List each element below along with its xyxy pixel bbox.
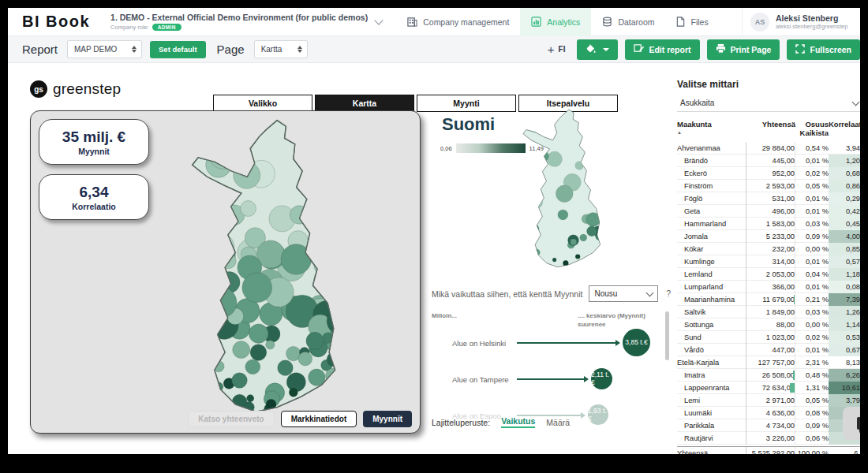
page-select[interactable]: Kartta — [254, 40, 308, 58]
print-page-button[interactable]: Print Page — [707, 39, 780, 60]
cell-osuus: 0,05 % — [795, 180, 829, 192]
table-row[interactable]: Lemland2 053,000,04 %1,18 — [677, 268, 860, 281]
sort-option-vaikutus[interactable]: Vaikutus — [501, 416, 535, 428]
cell-osuus: 0,48 % — [795, 369, 829, 382]
table-row[interactable]: Parikkala4 734,000,09 %3,21 — [677, 419, 860, 432]
help-icon[interactable]: ? — [666, 289, 671, 298]
nav-item-company-management[interactable]: Company management — [396, 8, 520, 36]
company-selector[interactable]: 1. DEMO - External Official Demo Environ… — [110, 13, 396, 31]
edit-report-button[interactable]: Edit report — [625, 39, 699, 60]
select-arrows-icon — [132, 46, 137, 53]
table-row[interactable]: Saltvik1 849,000,03 %1,26 — [677, 306, 860, 318]
nav-item-files[interactable]: Files — [665, 8, 719, 36]
user-menu[interactable]: AS Aleksi Stenberg aleksi.stenberg@green… — [742, 8, 860, 36]
cell-osuus: 0,01 % — [795, 192, 829, 205]
table-row[interactable]: Etelä-Karjala127 757,002,31 %8,13 — [677, 356, 860, 369]
cell-yhteensa: 314,00 — [746, 255, 795, 268]
cell-korrelaatio: 3,79 — [829, 394, 860, 407]
metric-picker[interactable]: Asukkaita — [677, 95, 860, 112]
cell-yhteensa: 29 884,00 — [746, 142, 795, 155]
nav-item-analytics[interactable]: Analytics — [520, 8, 591, 36]
cell-maakunta: Sund — [677, 331, 746, 344]
influencers-dropdown[interactable]: Nousu — [589, 285, 658, 302]
table-row[interactable]: Vårdö447,000,01 %0,67 — [677, 344, 860, 356]
table-row[interactable]: Finström2 593,000,05 %0,86 — [677, 180, 860, 192]
sort-footer: Lajitteluperuste: Vaikutus Määrä — [432, 416, 570, 428]
set-default-button[interactable]: Set default — [150, 41, 206, 58]
table-row[interactable]: Ahvenanmaa29 884,000,54 %3,94 — [677, 142, 860, 155]
metric-picker-label: Valitse mittari — [677, 79, 739, 90]
table-row[interactable]: Jomala5 233,000,09 %4,00 — [677, 230, 860, 243]
cell-yhteensa: 4 636,00 — [746, 407, 795, 419]
nav-label: Files — [690, 17, 708, 27]
cell-yhteensa: 26 508,00 — [746, 369, 795, 382]
language-code: FI — [559, 45, 566, 54]
cell-yhteensa: 1 849,00 — [746, 306, 795, 318]
influencers-scrollbar[interactable] — [665, 311, 669, 360]
paint-bucket-icon — [586, 43, 596, 55]
influencer-value-bubble: 3,85 t.€ — [623, 329, 650, 356]
sort-option-maara[interactable]: Määrä — [546, 418, 570, 427]
table-row[interactable]: Lemi2 971,000,05 %3,79 — [677, 394, 860, 407]
table-row[interactable]: Hammarland1 583,000,03 %0,45 — [677, 218, 860, 230]
fullscreen-button[interactable]: Fullscreen — [787, 39, 860, 60]
report-select[interactable]: MAP DEMO — [67, 40, 142, 58]
katso-yhteenveto-button[interactable]: Katso yhteenveto — [188, 411, 274, 427]
influencer-item[interactable]: Alue on Tampere2,11 t.€ — [432, 363, 660, 399]
cell-korrelaatio: 0,68 — [829, 167, 860, 180]
table-row[interactable]: Sottunga88,000,00 %1,14 — [677, 318, 860, 331]
col-header-yhteensa[interactable]: Yhteensä — [746, 120, 795, 137]
table-row[interactable]: Föglö531,000,01 %0,29 — [677, 192, 860, 205]
col-header-korrelaatio[interactable]: Korrelaatio — [829, 120, 860, 137]
chevron-down-icon — [646, 289, 654, 296]
table-row[interactable]: Sund1 023,000,02 %0,53 — [677, 331, 860, 344]
table-row[interactable]: Maarianhamina11 679,000,21 %7,39 — [677, 293, 860, 306]
cell-maakunta: Parikkala — [677, 419, 746, 432]
nav-label: Analytics — [547, 17, 580, 27]
cell-yhteensa: 2 971,00 — [746, 394, 795, 407]
table-body: Ahvenanmaa29 884,000,54 %3,94Brändö445,0… — [677, 142, 860, 445]
cell-korrelaatio: 1,20 — [829, 155, 860, 167]
influencer-item[interactable]: Alue on Helsinki3,85 t.€ — [432, 326, 660, 363]
cell-osuus: 0,01 % — [795, 155, 829, 167]
table-row[interactable]: Kumlinge314,000,01 %0,57 — [677, 255, 860, 268]
table-row[interactable]: Lappeenranta72 634,001,31 %10,61 — [677, 382, 860, 394]
cell-osuus: 0,02 % — [795, 331, 829, 344]
feedback-widget[interactable] — [843, 407, 860, 440]
theme-color-button[interactable] — [577, 39, 618, 60]
cell-maakunta: Föglö — [677, 192, 746, 205]
cell-maakunta: Sottunga — [677, 318, 746, 331]
table-row[interactable]: Kökar232,000,00 %0,85 — [677, 243, 860, 255]
cell-osuus: 0,21 % — [795, 293, 829, 306]
table-row[interactable]: Geta496,000,01 %0,42 — [677, 205, 860, 218]
language-selector[interactable]: + FI — [548, 43, 566, 55]
table-row[interactable]: Lumparland366,000,01 %0,08 — [677, 281, 860, 293]
table-row[interactable]: Luumäki4 636,000,08 %4,34 — [677, 407, 860, 419]
table-row[interactable]: Brändö445,000,01 %1,20 — [677, 155, 860, 167]
cell-yhteensa: 496,00 — [746, 205, 795, 218]
table-row[interactable]: Imatra26 508,000,48 %6,26 — [677, 369, 860, 382]
finland-choropleth-map[interactable] — [148, 116, 410, 428]
cell-maakunta: Rautjärvi — [677, 432, 746, 445]
tab-valikko[interactable]: Valikko — [213, 95, 312, 112]
tab-myynti[interactable]: Myynti — [417, 95, 516, 112]
cell-osuus: 0,05 % — [795, 394, 829, 407]
nav-label: Company management — [423, 17, 509, 27]
col-header-maakunta[interactable]: Maakunta ▲ — [677, 120, 746, 137]
user-email: aleksi.stenberg@greenstep — [776, 23, 847, 30]
kpi-card-myynnit: 35 milj. € Myynnit — [39, 119, 149, 165]
report-label: Report — [8, 43, 67, 56]
myynnit-button[interactable]: Myynnit — [363, 411, 412, 427]
cell-maakunta: Maarianhamina — [677, 293, 746, 306]
markkinatiedot-button[interactable]: Markkinatiedot — [281, 411, 357, 427]
cell-maakunta: Finström — [677, 180, 746, 192]
cell-osuus: 2,31 % — [795, 356, 829, 369]
cell-maakunta: Eckerö — [677, 167, 746, 180]
nav-item-dataroom[interactable]: Dataroom — [591, 8, 665, 36]
cell-maakunta: Lappeenranta — [677, 382, 746, 394]
table-row[interactable]: Eckerö952,000,02 %0,68 — [677, 167, 860, 180]
table-row[interactable]: Rautjärvi3 226,000,06 % — [677, 432, 860, 445]
col-header-osuus[interactable]: Osuus Kaikista — [795, 120, 829, 137]
tab-kartta[interactable]: Kartta — [315, 95, 414, 112]
finland-small-map[interactable] — [503, 107, 636, 276]
